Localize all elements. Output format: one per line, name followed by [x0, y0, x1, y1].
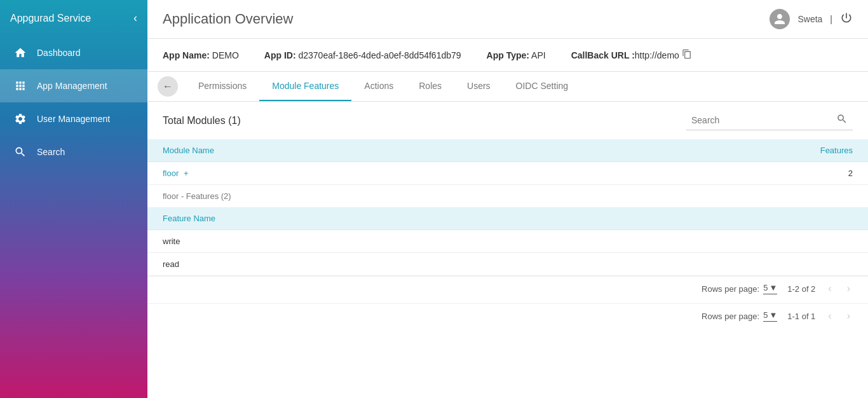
module-expand-icon[interactable]: + [184, 168, 189, 178]
sidebar-item-app-management[interactable]: App Management [0, 69, 147, 102]
power-icon[interactable] [840, 11, 853, 27]
rows-per-page-value: 5 [763, 310, 768, 320]
sidebar-item-label: Dashboard [37, 48, 81, 58]
app-name-info: App Name: DEMO [163, 50, 239, 60]
table-row: read [147, 253, 868, 276]
search-box [686, 111, 853, 130]
tab-users[interactable]: Users [454, 72, 503, 101]
content-area: Total Modules (1) Module Name Features [147, 102, 868, 398]
tab-permissions[interactable]: Permissions [186, 72, 259, 101]
modules-header: Total Modules (1) [147, 102, 868, 139]
module-features-count: 2 [555, 162, 868, 185]
rows-per-page-label: Rows per page: [702, 312, 759, 321]
features-header: Features [555, 139, 868, 162]
top-header: Application Overview Sweta | [147, 0, 868, 39]
app-id-label: App ID: [264, 50, 296, 60]
app-type-info: App Type: API [487, 50, 546, 60]
settings-icon [13, 111, 28, 127]
main-content: Application Overview Sweta | App Name: D… [147, 0, 868, 398]
sidebar-item-user-management[interactable]: User Management [0, 102, 147, 135]
module-link[interactable]: floor [163, 168, 179, 178]
sidebar: Appgurad Service ‹ Dashboard App Managem… [0, 0, 147, 398]
rows-per-page-value: 5 [763, 283, 768, 292]
sidebar-item-label: Search [37, 147, 65, 157]
page-title: Application Overview [163, 11, 293, 27]
sidebar-item-search[interactable]: Search [0, 135, 147, 168]
modules-pagination: Rows per page: 5 ▼ 1-1 of 1 ‹ › [147, 303, 868, 328]
dropdown-arrow-icon: ▼ [769, 283, 777, 292]
search-input[interactable] [691, 115, 831, 125]
home-icon [13, 45, 28, 60]
callback-value: http://demo [635, 50, 679, 60]
feature-name-header: Feature Name [147, 207, 868, 230]
sidebar-title: Appgurad Service [10, 13, 91, 24]
sidebar-item-label: User Management [37, 114, 110, 124]
app-info-bar: App Name: DEMO App ID: d2370eaf-18e6-4de… [147, 39, 868, 72]
rows-per-page-select-outer[interactable]: 5 ▼ [763, 310, 777, 322]
next-page-button[interactable]: › [844, 282, 853, 296]
tab-actions[interactable]: Actions [351, 72, 406, 101]
sidebar-item-label: App Management [37, 81, 107, 91]
feature-name-cell: read [147, 253, 868, 276]
app-type-label: App Type: [487, 50, 529, 60]
callback-url-info: CallBack URL : http://demo [571, 49, 692, 61]
app-id-info: App ID: d2370eaf-18e6-4ded-a0ef-8dd54f61… [264, 50, 461, 60]
sidebar-header: Appgurad Service ‹ [0, 0, 147, 36]
tab-module-features[interactable]: Module Features [259, 72, 351, 101]
features-section-title: floor - Features (2) [163, 191, 231, 201]
prev-page-button[interactable]: ‹ [825, 282, 834, 296]
copy-icon[interactable] [682, 49, 692, 61]
app-name-label: App Name: [163, 50, 210, 60]
tab-roles[interactable]: Roles [406, 72, 454, 101]
modules-table-container: Module Name Features floor + 2 [147, 139, 868, 185]
dropdown-arrow-icon: ▼ [769, 310, 777, 320]
module-name-header: Module Name [147, 139, 555, 162]
features-section-header: floor - Features (2) [147, 185, 868, 207]
apps-icon [13, 78, 28, 93]
features-table-container: Feature Name write read [147, 207, 868, 276]
sidebar-item-dashboard[interactable]: Dashboard [0, 36, 147, 69]
header-separator: | [830, 14, 832, 24]
modules-title: Total Modules (1) [163, 115, 241, 127]
feature-name-cell: write [147, 230, 868, 253]
rows-per-page-section-outer: Rows per page: 5 ▼ [702, 310, 777, 322]
search-icon [13, 144, 28, 160]
prev-page-button-outer[interactable]: ‹ [825, 309, 834, 323]
callback-label: CallBack URL : [571, 50, 635, 60]
app-name-value: DEMO [212, 50, 239, 60]
search-submit-icon[interactable] [836, 113, 848, 127]
next-page-button-outer[interactable]: › [844, 309, 853, 323]
features-table: Feature Name write read [147, 207, 868, 276]
tab-oidc-setting[interactable]: OIDC Setting [503, 72, 581, 101]
module-name-cell: floor + [147, 162, 555, 185]
page-info: 1-2 of 2 [787, 284, 815, 294]
avatar [770, 9, 790, 29]
app-id-value: d2370eaf-18e6-4ded-a0ef-8dd54f61db79 [298, 50, 461, 60]
user-name: Sweta [797, 14, 822, 24]
header-right: Sweta | [770, 9, 853, 29]
app-type-value: API [531, 50, 546, 60]
back-button[interactable]: ← [158, 76, 178, 97]
sidebar-toggle-button[interactable]: ‹ [133, 11, 137, 25]
table-row: floor + 2 [147, 162, 868, 185]
features-pagination: Rows per page: 5 ▼ 1-2 of 2 ‹ › [147, 276, 868, 301]
rows-per-page-section: Rows per page: 5 ▼ [702, 283, 777, 294]
modules-table: Module Name Features floor + 2 [147, 139, 868, 185]
rows-per-page-label: Rows per page: [702, 284, 759, 294]
tabs-bar: ← Permissions Module Features Actions Ro… [147, 72, 868, 102]
page-info-outer: 1-1 of 1 [787, 312, 815, 321]
rows-per-page-select[interactable]: 5 ▼ [763, 283, 777, 294]
table-row: write [147, 230, 868, 253]
